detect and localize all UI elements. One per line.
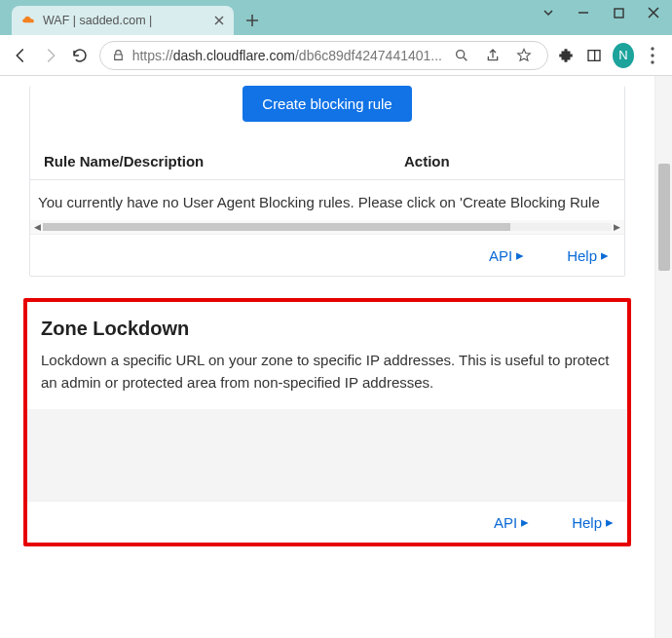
- reload-button[interactable]: [69, 43, 92, 68]
- page-content: Create blocking rule Rule Name/Descripti…: [0, 76, 654, 638]
- rules-table-header: Rule Name/Description Action: [30, 143, 624, 180]
- browser-toolbar: https://dash.cloudflare.com/db6c89df4247…: [0, 35, 672, 76]
- tab-close-icon[interactable]: [206, 16, 224, 25]
- lockdown-content-area: [27, 409, 627, 501]
- create-blocking-rule-button[interactable]: Create blocking rule: [243, 86, 411, 122]
- card-description: Lockdown a specific URL on your zone to …: [41, 350, 614, 394]
- caret-right-icon: ▸: [601, 246, 609, 264]
- cloudflare-favicon-icon: [21, 14, 35, 27]
- svg-point-3: [651, 47, 653, 50]
- scroll-thumb[interactable]: [658, 164, 670, 271]
- zone-lockdown-card: Zone Lockdown Lockdown a specific URL on…: [23, 298, 631, 546]
- card-footer: API▸ Help▸: [30, 234, 624, 276]
- window-title-bar: WAF | sadded.com |: [0, 0, 672, 35]
- lock-icon: [112, 49, 125, 61]
- card-title: Zone Lockdown: [41, 318, 614, 340]
- scroll-right-icon[interactable]: ▶: [614, 222, 620, 232]
- back-button[interactable]: [10, 43, 32, 68]
- new-tab-button[interactable]: [240, 8, 265, 33]
- chevron-down-icon[interactable]: [541, 6, 555, 19]
- api-link[interactable]: API▸: [494, 513, 529, 531]
- search-icon[interactable]: [450, 44, 473, 67]
- caret-right-icon: ▸: [521, 513, 529, 531]
- window-minimize-icon[interactable]: [577, 6, 590, 19]
- svg-point-5: [651, 60, 653, 63]
- window-close-icon[interactable]: [647, 6, 660, 19]
- svg-point-1: [457, 50, 465, 57]
- user-agent-blocking-card: Create blocking rule Rule Name/Descripti…: [29, 86, 625, 277]
- horizontal-scrollbar[interactable]: ◀ ▶: [30, 220, 624, 234]
- profile-avatar[interactable]: N: [613, 43, 635, 68]
- url-text: https://dash.cloudflare.com/db6c89df4247…: [132, 48, 442, 63]
- scroll-left-icon[interactable]: ◀: [34, 222, 41, 232]
- scroll-track[interactable]: [43, 223, 612, 231]
- forward-button[interactable]: [40, 43, 62, 68]
- caret-right-icon: ▸: [516, 246, 524, 264]
- vertical-scrollbar[interactable]: [654, 76, 672, 638]
- bookmark-star-icon[interactable]: [512, 44, 536, 67]
- help-link[interactable]: Help▸: [567, 246, 609, 264]
- svg-rect-0: [615, 9, 623, 18]
- api-link[interactable]: API▸: [489, 246, 524, 264]
- window-maximize-icon[interactable]: [612, 6, 625, 19]
- column-rule-name: Rule Name/Description: [44, 153, 404, 169]
- card-footer: API▸ Help▸: [27, 501, 627, 543]
- browser-tab[interactable]: WAF | sadded.com |: [12, 6, 234, 35]
- svg-point-4: [651, 54, 653, 56]
- empty-rules-message: You currently have no User Agent Blockin…: [30, 180, 624, 220]
- menu-dots-icon[interactable]: [642, 44, 662, 67]
- page-viewport: Create blocking rule Rule Name/Descripti…: [0, 76, 672, 638]
- column-action: Action: [404, 153, 450, 169]
- help-link[interactable]: Help▸: [572, 513, 614, 531]
- window-controls: [541, 6, 660, 19]
- extensions-icon[interactable]: [556, 44, 577, 67]
- address-bar[interactable]: https://dash.cloudflare.com/db6c89df4247…: [99, 41, 548, 70]
- caret-right-icon: ▸: [606, 513, 614, 531]
- scroll-thumb[interactable]: [43, 223, 510, 231]
- panels-icon[interactable]: [584, 44, 605, 67]
- card-header: Zone Lockdown Lockdown a specific URL on…: [27, 302, 627, 407]
- share-icon[interactable]: [481, 44, 504, 67]
- tab-title: WAF | sadded.com |: [43, 14, 152, 27]
